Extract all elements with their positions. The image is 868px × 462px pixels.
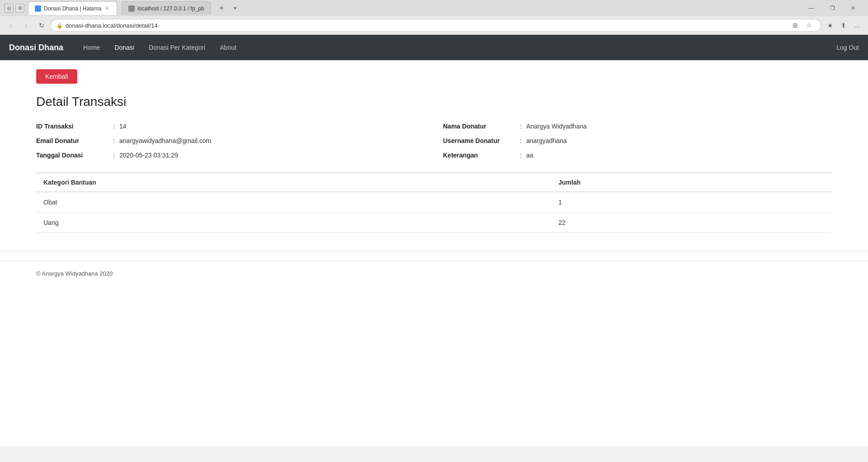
kembali-button[interactable]: Kembali bbox=[36, 69, 77, 84]
value-email-donatur: anargyawidyadhana@gmail.com bbox=[119, 137, 211, 144]
nav-link-donasi[interactable]: Donasi bbox=[108, 40, 141, 55]
browser-extra-buttons: ★ ⬆ … bbox=[824, 19, 863, 32]
more-button[interactable]: … bbox=[851, 19, 863, 32]
cell-kategori-1: Uang bbox=[36, 213, 551, 233]
address-text: donasi-dhana.local/donasi/detail/14 bbox=[66, 22, 786, 29]
tab-favicon-2 bbox=[128, 5, 135, 12]
refresh-button[interactable]: ↻ bbox=[35, 19, 48, 32]
footer: © Anargya Widyadhana 2020 bbox=[0, 261, 868, 286]
tab-close-1[interactable]: ✕ bbox=[104, 5, 110, 12]
navbar-brand[interactable]: Donasi Dhana bbox=[9, 43, 63, 52]
page-wrapper: Donasi Dhana Home Donasi Donasi Per Kate… bbox=[0, 35, 868, 446]
detail-right-column: Nama Donatur : Anargya Widyadhana Userna… bbox=[443, 123, 832, 159]
nav-link-donasi-per-kategori[interactable]: Donasi Per Kategori bbox=[142, 40, 212, 55]
cell-jumlah-1: 22 bbox=[551, 213, 832, 233]
label-tanggal-donasi: Tanggal Donasi bbox=[36, 152, 108, 159]
share-button[interactable]: ⬆ bbox=[837, 19, 850, 32]
favorites-button[interactable]: ★ bbox=[824, 19, 836, 32]
value-nama-donatur: Anargya Widyadhana bbox=[526, 123, 587, 130]
detail-left-column: ID Transaksi : 14 Email Donatur : anargy… bbox=[36, 123, 425, 159]
back-button[interactable]: ‹ bbox=[5, 19, 17, 32]
label-id-transaksi: ID Transaksi bbox=[36, 123, 108, 130]
address-bar[interactable]: 🔒 donasi-dhana.local/donasi/detail/14 ⊞ … bbox=[51, 19, 821, 32]
label-nama-donatur: Nama Donatur bbox=[443, 123, 515, 130]
label-keterangan: Keterangan bbox=[443, 152, 515, 159]
maximize-button[interactable]: ❐ bbox=[822, 0, 843, 16]
nav-link-home[interactable]: Home bbox=[77, 40, 106, 55]
address-bar-row: ‹ › ↻ 🔒 donasi-dhana.local/donasi/detail… bbox=[0, 16, 868, 34]
lock-icon: 🔒 bbox=[57, 23, 63, 29]
close-button[interactable]: ✕ bbox=[843, 0, 863, 16]
label-username-donatur: Username Donatur bbox=[443, 137, 515, 144]
cell-jumlah-0: 1 bbox=[551, 192, 832, 213]
label-email-donatur: Email Donatur bbox=[36, 137, 108, 144]
browser-titlebar: ⊟ ⧉ Donasi Dhana | Halama ✕ localhost / … bbox=[0, 0, 868, 16]
navbar: Donasi Dhana Home Donasi Donasi Per Kate… bbox=[0, 35, 868, 60]
colon-username: : bbox=[520, 137, 522, 144]
forward-button[interactable]: › bbox=[20, 19, 33, 32]
browser-controls: ⊟ ⧉ bbox=[5, 4, 24, 13]
new-tab-button[interactable]: + bbox=[216, 1, 228, 15]
table-header-row: Kategori Bantuan Jumlah bbox=[36, 173, 832, 192]
window-controls: — ❐ ✕ bbox=[801, 0, 863, 16]
bookmark-button[interactable]: ☆ bbox=[802, 19, 815, 32]
tab-dropdown-button[interactable]: ▾ bbox=[231, 5, 239, 11]
value-id-transaksi: 14 bbox=[119, 123, 127, 130]
browser-btn-1[interactable]: ⊟ bbox=[5, 4, 14, 13]
value-username-donatur: anargyadhana bbox=[526, 137, 567, 144]
browser-chrome: ⊟ ⧉ Donasi Dhana | Halama ✕ localhost / … bbox=[0, 0, 868, 35]
tab-favicon-1 bbox=[35, 5, 41, 12]
column-header-jumlah: Jumlah bbox=[551, 173, 832, 192]
value-keterangan: aa bbox=[526, 152, 533, 159]
logout-button[interactable]: Log Out bbox=[836, 44, 859, 51]
column-header-kategori: Kategori Bantuan bbox=[36, 173, 551, 192]
tab-active[interactable]: Donasi Dhana | Halama ✕ bbox=[28, 1, 117, 15]
table-head: Kategori Bantuan Jumlah bbox=[36, 173, 832, 192]
tab-label-1: Donasi Dhana | Halama bbox=[44, 5, 101, 12]
tab-inactive[interactable]: localhost / 127.0.0.1 / fp_pb bbox=[122, 1, 211, 15]
detail-grid: ID Transaksi : 14 Email Donatur : anargy… bbox=[36, 123, 832, 159]
read-mode-button[interactable]: ⊞ bbox=[789, 19, 802, 32]
cell-kategori-0: Obat bbox=[36, 192, 551, 213]
colon-email: : bbox=[113, 137, 115, 144]
table-row: Obat1 bbox=[36, 192, 832, 213]
donation-table: Kategori Bantuan Jumlah Obat1Uang22 bbox=[36, 172, 832, 233]
colon-tanggal: : bbox=[113, 152, 115, 159]
detail-row-username: Username Donatur : anargyadhana bbox=[443, 137, 832, 144]
page-title: Detail Transaksi bbox=[36, 95, 832, 109]
minimize-button[interactable]: — bbox=[801, 0, 822, 16]
detail-row-tanggal: Tanggal Donasi : 2020-05-23 03:31:29 bbox=[36, 152, 425, 159]
table-row: Uang22 bbox=[36, 213, 832, 233]
colon-id: : bbox=[113, 123, 115, 130]
colon-keterangan: : bbox=[520, 152, 522, 159]
detail-row-id: ID Transaksi : 14 bbox=[36, 123, 425, 130]
browser-btn-2[interactable]: ⧉ bbox=[15, 4, 24, 13]
detail-row-keterangan: Keterangan : aa bbox=[443, 152, 832, 159]
nav-link-about[interactable]: About bbox=[213, 40, 243, 55]
footer-text: © Anargya Widyadhana 2020 bbox=[36, 270, 113, 277]
table-body: Obat1Uang22 bbox=[36, 192, 832, 233]
tab-label-2: localhost / 127.0.0.1 / fp_pb bbox=[137, 5, 204, 12]
value-tanggal-donasi: 2020-05-23 03:31:29 bbox=[119, 152, 178, 159]
colon-nama: : bbox=[520, 123, 522, 130]
address-actions: ⊞ ☆ bbox=[789, 19, 815, 32]
detail-row-email: Email Donatur : anargyawidyadhana@gmail.… bbox=[36, 137, 425, 144]
main-content: Kembali Detail Transaksi ID Transaksi : … bbox=[0, 60, 868, 242]
nav-links: Home Donasi Donasi Per Kategori About bbox=[77, 40, 836, 55]
detail-row-nama: Nama Donatur : Anargya Widyadhana bbox=[443, 123, 832, 130]
footer-divider bbox=[0, 251, 868, 252]
